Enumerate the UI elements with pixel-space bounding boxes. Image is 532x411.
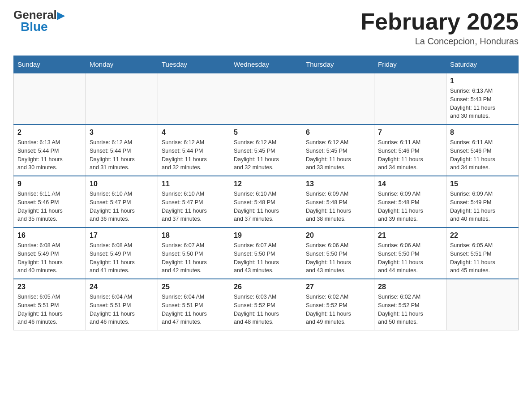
page-header: General▶ Blue February 2025 La Concepcio… <box>13 9 519 47</box>
calendar-cell: 10Sunrise: 6:10 AM Sunset: 5:47 PM Dayli… <box>86 176 158 227</box>
logo-general-text: General▶ <box>13 9 64 21</box>
day-info: Sunrise: 6:13 AM Sunset: 5:44 PM Dayligh… <box>17 138 82 172</box>
calendar-cell: 25Sunrise: 6:04 AM Sunset: 5:51 PM Dayli… <box>158 279 230 330</box>
day-number: 6 <box>306 128 370 137</box>
day-info: Sunrise: 6:10 AM Sunset: 5:47 PM Dayligh… <box>90 190 154 223</box>
day-number: 3 <box>90 128 154 137</box>
day-number: 22 <box>450 231 515 240</box>
day-number: 27 <box>306 283 370 291</box>
day-info: Sunrise: 6:06 AM Sunset: 5:50 PM Dayligh… <box>306 241 370 275</box>
calendar-cell: 24Sunrise: 6:04 AM Sunset: 5:51 PM Dayli… <box>86 279 158 330</box>
calendar-cell: 23Sunrise: 6:05 AM Sunset: 5:51 PM Dayli… <box>14 279 86 330</box>
month-title: February 2025 <box>360 9 519 34</box>
day-number: 23 <box>17 283 82 291</box>
day-number: 1 <box>450 77 515 85</box>
day-info: Sunrise: 6:09 AM Sunset: 5:48 PM Dayligh… <box>306 190 370 223</box>
calendar-cell: 17Sunrise: 6:08 AM Sunset: 5:49 PM Dayli… <box>86 227 158 279</box>
week-row-2: 2Sunrise: 6:13 AM Sunset: 5:44 PM Daylig… <box>14 124 519 176</box>
day-info: Sunrise: 6:08 AM Sunset: 5:49 PM Dayligh… <box>17 241 82 275</box>
day-number: 12 <box>234 180 298 188</box>
day-number: 26 <box>234 283 298 291</box>
day-header-thursday: Thursday <box>302 56 374 73</box>
calendar-cell: 7Sunrise: 6:11 AM Sunset: 5:46 PM Daylig… <box>374 124 446 176</box>
day-info: Sunrise: 6:10 AM Sunset: 5:48 PM Dayligh… <box>234 190 298 223</box>
week-row-3: 9Sunrise: 6:11 AM Sunset: 5:46 PM Daylig… <box>14 176 519 227</box>
calendar-cell: 28Sunrise: 6:02 AM Sunset: 5:52 PM Dayli… <box>374 279 446 330</box>
calendar-cell: 9Sunrise: 6:11 AM Sunset: 5:46 PM Daylig… <box>14 176 86 227</box>
day-info: Sunrise: 6:05 AM Sunset: 5:51 PM Dayligh… <box>17 293 82 326</box>
calendar-cell: 27Sunrise: 6:02 AM Sunset: 5:52 PM Dayli… <box>302 279 374 330</box>
calendar-cell: 8Sunrise: 6:11 AM Sunset: 5:46 PM Daylig… <box>446 124 519 176</box>
calendar-cell: 14Sunrise: 6:09 AM Sunset: 5:48 PM Dayli… <box>374 176 446 227</box>
logo: General▶ Blue <box>13 9 64 33</box>
day-info: Sunrise: 6:09 AM Sunset: 5:49 PM Dayligh… <box>450 190 515 223</box>
day-header-friday: Friday <box>374 56 446 73</box>
day-info: Sunrise: 6:11 AM Sunset: 5:46 PM Dayligh… <box>378 138 442 172</box>
day-info: Sunrise: 6:11 AM Sunset: 5:46 PM Dayligh… <box>450 138 515 172</box>
day-info: Sunrise: 6:12 AM Sunset: 5:44 PM Dayligh… <box>90 138 154 172</box>
calendar-cell: 4Sunrise: 6:12 AM Sunset: 5:44 PM Daylig… <box>158 124 230 176</box>
day-number: 7 <box>378 128 442 137</box>
day-info: Sunrise: 6:02 AM Sunset: 5:52 PM Dayligh… <box>378 293 442 326</box>
day-header-monday: Monday <box>86 56 158 73</box>
day-info: Sunrise: 6:03 AM Sunset: 5:52 PM Dayligh… <box>234 293 298 326</box>
day-number: 18 <box>162 231 226 240</box>
calendar-cell: 15Sunrise: 6:09 AM Sunset: 5:49 PM Dayli… <box>446 176 519 227</box>
week-row-5: 23Sunrise: 6:05 AM Sunset: 5:51 PM Dayli… <box>14 279 519 330</box>
day-number: 24 <box>90 283 154 291</box>
calendar-cell: 19Sunrise: 6:07 AM Sunset: 5:50 PM Dayli… <box>230 227 302 279</box>
day-info: Sunrise: 6:09 AM Sunset: 5:48 PM Dayligh… <box>378 190 442 223</box>
day-header-wednesday: Wednesday <box>230 56 302 73</box>
title-area: February 2025 La Concepcion, Honduras <box>360 9 519 47</box>
day-number: 5 <box>234 128 298 137</box>
calendar-cell <box>14 73 86 124</box>
day-info: Sunrise: 6:10 AM Sunset: 5:47 PM Dayligh… <box>162 190 226 223</box>
calendar-cell: 2Sunrise: 6:13 AM Sunset: 5:44 PM Daylig… <box>14 124 86 176</box>
calendar-cell <box>374 73 446 124</box>
calendar-cell <box>158 73 230 124</box>
day-number: 10 <box>90 180 154 188</box>
day-info: Sunrise: 6:12 AM Sunset: 5:45 PM Dayligh… <box>234 138 298 172</box>
calendar-cell <box>86 73 158 124</box>
day-number: 16 <box>17 231 82 240</box>
day-number: 14 <box>378 180 442 188</box>
day-number: 4 <box>162 128 226 137</box>
day-info: Sunrise: 6:11 AM Sunset: 5:46 PM Dayligh… <box>17 190 82 223</box>
day-header-sunday: Sunday <box>14 56 86 73</box>
calendar-cell: 5Sunrise: 6:12 AM Sunset: 5:45 PM Daylig… <box>230 124 302 176</box>
day-info: Sunrise: 6:13 AM Sunset: 5:43 PM Dayligh… <box>450 87 515 120</box>
day-number: 17 <box>90 231 154 240</box>
day-number: 21 <box>378 231 442 240</box>
calendar-cell: 3Sunrise: 6:12 AM Sunset: 5:44 PM Daylig… <box>86 124 158 176</box>
day-number: 11 <box>162 180 226 188</box>
day-number: 13 <box>306 180 370 188</box>
day-number: 2 <box>17 128 82 137</box>
day-header-tuesday: Tuesday <box>158 56 230 73</box>
day-number: 25 <box>162 283 226 291</box>
location-text: La Concepcion, Honduras <box>360 36 519 47</box>
calendar-cell: 21Sunrise: 6:06 AM Sunset: 5:50 PM Dayli… <box>374 227 446 279</box>
calendar-table: SundayMondayTuesdayWednesdayThursdayFrid… <box>13 56 519 330</box>
day-header-saturday: Saturday <box>446 56 519 73</box>
day-info: Sunrise: 6:05 AM Sunset: 5:51 PM Dayligh… <box>450 241 515 275</box>
day-number: 19 <box>234 231 298 240</box>
week-row-1: 1Sunrise: 6:13 AM Sunset: 5:43 PM Daylig… <box>14 73 519 124</box>
calendar-header-row: SundayMondayTuesdayWednesdayThursdayFrid… <box>14 56 519 73</box>
day-info: Sunrise: 6:07 AM Sunset: 5:50 PM Dayligh… <box>162 241 226 275</box>
calendar-cell <box>446 279 519 330</box>
calendar-cell: 16Sunrise: 6:08 AM Sunset: 5:49 PM Dayli… <box>14 227 86 279</box>
day-number: 20 <box>306 231 370 240</box>
calendar-cell: 20Sunrise: 6:06 AM Sunset: 5:50 PM Dayli… <box>302 227 374 279</box>
day-info: Sunrise: 6:04 AM Sunset: 5:51 PM Dayligh… <box>162 293 226 326</box>
calendar-cell: 11Sunrise: 6:10 AM Sunset: 5:47 PM Dayli… <box>158 176 230 227</box>
day-info: Sunrise: 6:12 AM Sunset: 5:45 PM Dayligh… <box>306 138 370 172</box>
calendar-cell: 6Sunrise: 6:12 AM Sunset: 5:45 PM Daylig… <box>302 124 374 176</box>
week-row-4: 16Sunrise: 6:08 AM Sunset: 5:49 PM Dayli… <box>14 227 519 279</box>
day-info: Sunrise: 6:04 AM Sunset: 5:51 PM Dayligh… <box>90 293 154 326</box>
day-number: 8 <box>450 128 515 137</box>
day-number: 9 <box>17 180 82 188</box>
calendar-cell <box>230 73 302 124</box>
logo-blue-text: Blue <box>21 21 48 33</box>
calendar-cell: 12Sunrise: 6:10 AM Sunset: 5:48 PM Dayli… <box>230 176 302 227</box>
calendar-cell: 1Sunrise: 6:13 AM Sunset: 5:43 PM Daylig… <box>446 73 519 124</box>
